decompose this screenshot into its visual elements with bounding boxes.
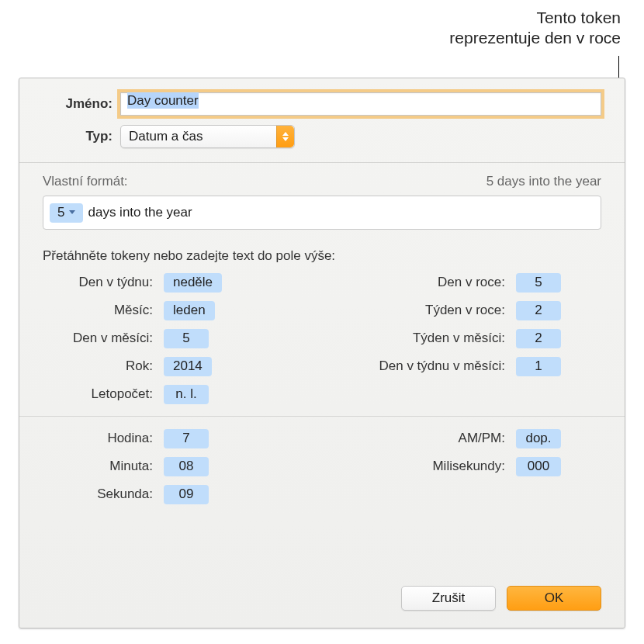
tok-dom[interactable]: 5 bbox=[164, 329, 209, 348]
tok-era[interactable]: n. l. bbox=[164, 385, 209, 404]
name-label: Jméno: bbox=[43, 96, 120, 112]
type-select[interactable]: Datum a čas bbox=[120, 125, 295, 148]
tok-year[interactable]: 2014 bbox=[164, 357, 212, 376]
time-tokens: Hodina: Minuta: Sekunda: 7 08 09 AM/PM: … bbox=[19, 417, 625, 516]
tok-dowm[interactable]: 1 bbox=[516, 357, 561, 376]
tok-woy[interactable]: 2 bbox=[516, 301, 561, 320]
tok-month[interactable]: leden bbox=[164, 301, 215, 320]
tok-label-dowm: Den v týdnu v měsíci: bbox=[379, 355, 511, 377]
tok-hour[interactable]: 7 bbox=[164, 429, 209, 448]
tok-label-dow: Den v týdnu: bbox=[79, 272, 159, 293]
tok-label-dom: Den v měsíci: bbox=[73, 327, 159, 349]
type-select-value: Datum a čas bbox=[129, 129, 203, 144]
tok-wom[interactable]: 2 bbox=[516, 329, 561, 348]
tok-label-sec: Sekunda: bbox=[97, 483, 159, 505]
tok-label-year: Rok: bbox=[126, 355, 159, 377]
callout-line-2: reprezentuje den v roce bbox=[449, 28, 621, 48]
format-token-value: 5 bbox=[57, 205, 64, 220]
type-label: Typ: bbox=[43, 129, 120, 144]
cancel-button[interactable]: Zrušit bbox=[401, 586, 496, 611]
callout-line-1: Tento token bbox=[449, 8, 621, 28]
tok-label-ms: Milisekundy: bbox=[432, 455, 511, 477]
tok-label-era: Letopočet: bbox=[92, 383, 159, 405]
tok-doy[interactable]: 5 bbox=[516, 273, 561, 293]
tok-label-hour: Hodina: bbox=[107, 428, 159, 449]
tok-label-woy: Týden v roce: bbox=[425, 299, 511, 321]
tok-ampm[interactable]: dop. bbox=[516, 429, 561, 448]
drag-instructions: Přetáhněte tokeny nebo zadejte text do p… bbox=[19, 237, 625, 268]
name-input[interactable]: Day counter bbox=[120, 92, 601, 116]
ok-button[interactable]: OK bbox=[507, 586, 601, 611]
updown-stepper-icon bbox=[276, 126, 294, 147]
tok-label-min: Minuta: bbox=[109, 455, 159, 477]
format-trailing-text: days into the year bbox=[88, 205, 192, 220]
callout-text: Tento token reprezentuje den v roce bbox=[449, 8, 621, 49]
date-tokens: Den v týdnu: Měsíc: Den v měsíci: Rok: L… bbox=[19, 268, 625, 416]
custom-format-preview: 5 days into the year bbox=[486, 174, 601, 189]
tok-sec[interactable]: 09 bbox=[164, 485, 209, 504]
custom-format-field[interactable]: 5 days into the year bbox=[43, 196, 601, 230]
custom-format-dialog: Jméno: Day counter Typ: Datum a čas Vlas… bbox=[19, 78, 625, 628]
tok-label-ampm: AM/PM: bbox=[459, 428, 511, 449]
chevron-down-icon bbox=[69, 210, 75, 214]
format-token-day-of-year[interactable]: 5 bbox=[50, 203, 83, 223]
tok-label-wom: Týden v měsíci: bbox=[413, 327, 511, 349]
tok-label-doy: Den v roce: bbox=[438, 272, 511, 293]
custom-format-label: Vlastní formát: bbox=[43, 174, 128, 189]
tok-label-month: Měsíc: bbox=[114, 299, 159, 321]
tok-dow[interactable]: neděle bbox=[164, 273, 222, 293]
name-input-value: Day counter bbox=[127, 92, 199, 109]
tok-min[interactable]: 08 bbox=[164, 457, 209, 476]
tok-ms[interactable]: 000 bbox=[516, 457, 561, 476]
